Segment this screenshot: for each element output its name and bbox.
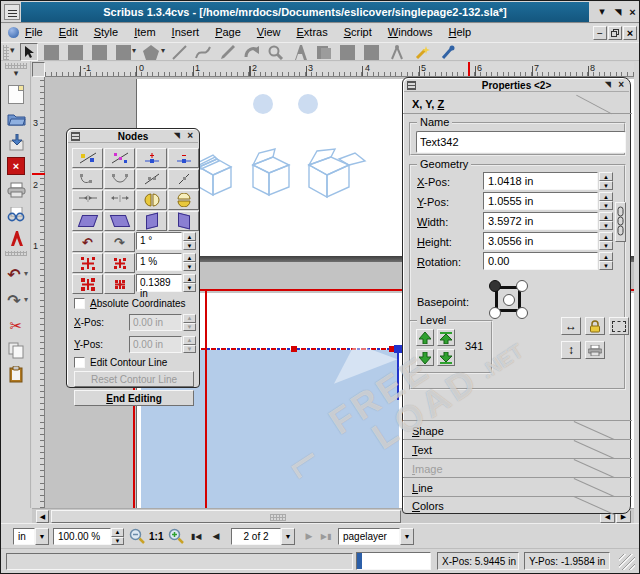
nodes-percent-field[interactable]: 1 % [136,253,182,271]
tool-rotate[interactable] [243,44,261,60]
lower-to-bottom-button[interactable] [437,349,455,366]
nodes-enlarge-width-button[interactable] [104,190,135,210]
raise-to-top-button[interactable] [437,329,455,346]
layer-combo-field[interactable]: pagelayer [338,528,400,545]
properties-title-bar[interactable]: Properties <2> [404,79,629,92]
nodes-reduce-width-button[interactable] [72,190,103,210]
tool-measurements[interactable] [389,44,405,60]
menu-help[interactable]: Help [440,24,479,42]
tool-line[interactable] [171,44,188,60]
layer-combo-dropdown[interactable] [400,528,414,545]
nodes-close-icon[interactable] [187,130,193,141]
ruler-origin-box[interactable] [32,62,45,77]
window-resize-grip[interactable] [619,554,635,570]
tab-colors[interactable]: Colors [403,496,632,514]
nodes-mirror-horizontal-button[interactable] [136,190,167,210]
nodes-shade-icon[interactable] [174,131,180,140]
zoom-percent-spinner[interactable] [111,528,124,545]
page-combo-dropdown[interactable] [281,528,295,545]
geo-height-spinner[interactable] [599,232,613,250]
spin-down-icon[interactable] [183,283,196,292]
spin-up-icon[interactable] [183,253,196,262]
menu-page[interactable]: Page [207,24,249,42]
nodes-asymmetric-control-button[interactable] [168,169,199,189]
geo-width-field[interactable]: 3.5972 in [483,212,598,230]
spin-down-icon[interactable] [183,262,196,271]
end-editing-button[interactable]: End Editing [74,390,194,406]
nodes-shear-down-button[interactable] [168,211,199,231]
menu-file[interactable]: File [17,24,51,42]
tool-shape[interactable] [115,44,131,60]
nodes-symmetric-control-button[interactable] [136,169,167,189]
nodes-expand-percent-button[interactable] [72,253,103,273]
close-document-button[interactable]: × [5,155,27,177]
redo-button[interactable] [5,289,23,311]
nodes-shear-right-button[interactable] [104,211,135,231]
nodes-size-field[interactable]: 0.1389 in [136,274,182,292]
previous-page-button[interactable] [209,529,223,543]
tool-story-editor[interactable] [315,44,333,60]
drawing-circle[interactable] [253,94,273,114]
nodes-shear-left-button[interactable] [72,211,103,231]
mdi-minimize-button[interactable] [593,26,607,40]
nodes-title-bar[interactable]: Nodes [68,130,198,143]
zoom-out-button[interactable] [128,527,146,545]
unit-combo-field[interactable]: in [13,528,35,545]
guide-vertical-red-mid[interactable] [205,291,207,508]
file-toolbar-overflow-icon[interactable] [10,69,22,77]
flip-horizontal-button[interactable] [561,317,581,335]
nodes-enlarge-size-button[interactable] [72,274,103,294]
basepoint-top-left[interactable] [489,280,501,292]
geo-ypos-field[interactable]: 1.0555 in [483,192,598,210]
tab-text[interactable]: Text [403,439,632,458]
drawing-circle[interactable] [298,94,318,114]
mdi-restore-button[interactable] [608,26,622,40]
nodes-move-control-point-button[interactable] [104,148,135,168]
polygon-dropdown-icon[interactable] [161,46,165,55]
absolute-coordinates-checkbox[interactable] [74,298,85,309]
properties-close-icon[interactable] [618,79,624,90]
shape-node-handle[interactable] [291,346,297,352]
nodes-percent-spinner[interactable] [183,253,196,271]
toolbar-drag-handle[interactable] [3,45,9,60]
copy-button[interactable] [5,339,27,361]
tool-text-frame[interactable] [43,44,59,60]
vertical-ruler[interactable]: 3 2 1 [32,77,45,508]
menu-insert[interactable]: Insert [164,24,208,42]
nodes-window-menu-icon[interactable] [71,132,80,141]
redo-dropdown-icon[interactable] [24,295,28,304]
shape-dropdown-icon[interactable] [132,46,136,55]
spin-up-icon[interactable] [183,274,196,283]
nodes-add-node-button[interactable] [136,148,167,168]
basepoint-top-right[interactable] [516,280,528,292]
menu-view[interactable]: View [249,24,289,42]
nodes-shrink-percent-button[interactable] [104,253,135,273]
nodes-close-curve-button[interactable] [104,169,135,189]
geo-ypos-spinner[interactable] [599,192,613,210]
tool-link-frames[interactable] [339,44,355,60]
geo-rotation-spinner[interactable] [599,252,613,270]
flip-vertical-button[interactable] [561,341,581,359]
nodes-shear-up-button[interactable] [136,211,167,231]
basepoint-bottom-left[interactable] [489,307,501,319]
menu-extras[interactable]: Extras [288,24,335,42]
menu-style[interactable]: Style [86,24,126,42]
menu-edit[interactable]: Edit [51,24,86,42]
mdi-close-button[interactable] [623,26,637,40]
preflight-verifier-button[interactable] [5,203,27,225]
cut-button[interactable] [5,315,27,337]
properties-window-menu-icon[interactable] [407,81,416,90]
tab-xyz[interactable]: X, Y, Z [403,96,632,114]
unit-combo-dropdown[interactable] [35,528,49,545]
zoom-in-button[interactable] [167,527,185,545]
page-combo-field[interactable]: 2 of 2 [231,528,281,545]
tab-line[interactable]: Line [403,477,632,496]
object-name-input[interactable] [416,131,626,153]
export-pdf-button[interactable] [5,227,27,249]
printing-enabled-button[interactable] [585,341,605,359]
menu-script[interactable]: Script [336,24,380,42]
paste-button[interactable] [5,363,27,385]
nodes-open-curve-button[interactable] [72,169,103,189]
toolbar-overflow-icon[interactable] [10,45,15,55]
spin-up-icon[interactable] [183,232,196,241]
